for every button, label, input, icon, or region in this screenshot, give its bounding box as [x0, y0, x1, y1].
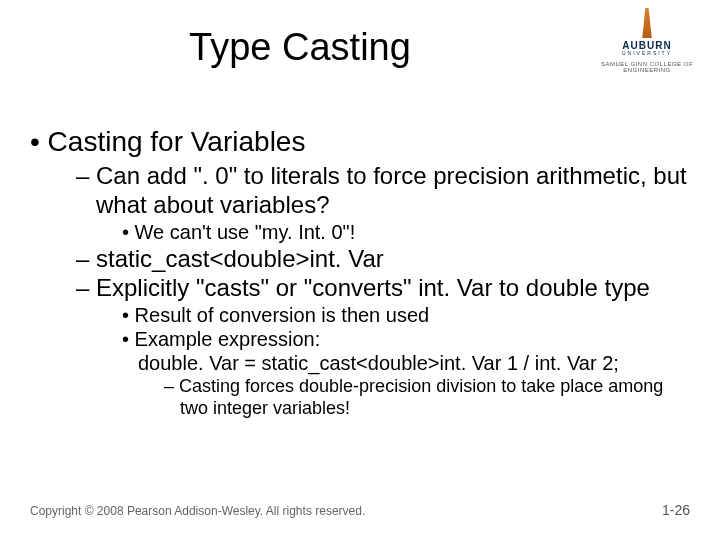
bullet-l3a: We can't use "my. Int. 0"!	[122, 220, 690, 244]
logo-college: SAMUEL GINN COLLEGE OF ENGINEERING	[592, 61, 702, 74]
slide-title: Type Casting	[0, 26, 600, 69]
bullet-l3b: Result of conversion is then used	[122, 303, 690, 327]
bullet-l3c: Example expression:double. Var = static_…	[122, 327, 690, 376]
copyright-text: Copyright © 2008 Pearson Addison-Wesley.…	[30, 504, 365, 518]
bullet-l2c: Explicitly "casts" or "converts" int. Va…	[76, 273, 690, 302]
bullet-l2a: Can add ". 0" to literals to force preci…	[76, 161, 690, 220]
logo-sub: UNIVERSITY	[592, 51, 702, 57]
slide-content: Casting for Variables Can add ". 0" to l…	[30, 125, 690, 420]
bullet-l2b: static_cast<double>int. Var	[76, 244, 690, 273]
bullet-l3c-line1: Example expression:	[135, 328, 321, 350]
tower-icon	[639, 8, 655, 38]
page-number: 1-26	[662, 502, 690, 518]
bullet-l3c-line2: double. Var = static_cast<double>int. Va…	[138, 351, 619, 375]
bullet-l4: Casting forces double-precision division…	[164, 376, 690, 420]
bullet-l1: Casting for Variables	[30, 125, 690, 159]
slide: AUBURN UNIVERSITY SAMUEL GINN COLLEGE OF…	[0, 0, 720, 540]
auburn-logo: AUBURN UNIVERSITY SAMUEL GINN COLLEGE OF…	[592, 8, 702, 74]
